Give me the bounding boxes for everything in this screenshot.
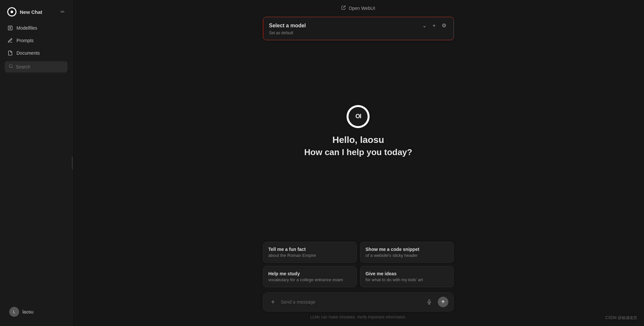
prompts-icon bbox=[7, 38, 13, 43]
suggestion-sub-3: for what to do with my kids' art bbox=[366, 277, 448, 282]
sidebar-item-modelfiles[interactable]: Modelfiles bbox=[3, 22, 70, 34]
search-icon bbox=[9, 64, 13, 70]
edit-icon[interactable]: ✏ bbox=[61, 9, 65, 15]
suggestion-sub-2: vocabulary for a college entrance exam bbox=[268, 277, 351, 282]
model-chevron-btn[interactable]: ⌄ bbox=[421, 22, 428, 29]
suggestion-card-1[interactable]: Show me a code snippet of a website's st… bbox=[360, 242, 454, 263]
greeting-line2: How can I help you today? bbox=[304, 147, 412, 157]
open-webui-link[interactable]: Open WebUI bbox=[341, 5, 375, 11]
username-label: laosu bbox=[22, 309, 33, 314]
greeting-line1: Hello, laosu bbox=[332, 135, 384, 145]
sidebar: New Chat ✏ Modelfiles Prompts Documents bbox=[0, 0, 72, 326]
suggestion-card-0[interactable]: Tell me a fun fact about the Roman Empir… bbox=[263, 242, 357, 263]
prompts-label: Prompts bbox=[16, 38, 34, 43]
center-content: OI Hello, laosu How can I help you today… bbox=[304, 20, 412, 242]
sidebar-item-documents[interactable]: Documents bbox=[3, 47, 70, 59]
model-gear-btn[interactable]: ⚙ bbox=[440, 22, 448, 29]
chat-input-container: + bbox=[263, 292, 454, 312]
search-container[interactable] bbox=[5, 61, 68, 72]
documents-label: Documents bbox=[16, 50, 40, 56]
chat-input-right bbox=[424, 297, 448, 307]
top-bar: Open WebUI bbox=[72, 0, 644, 14]
logo-large: OI bbox=[347, 105, 370, 128]
watermark: CSDN @杨浦老苏 bbox=[605, 315, 637, 321]
chat-mic-button[interactable] bbox=[424, 297, 434, 307]
model-plus-btn[interactable]: + bbox=[431, 22, 437, 29]
sidebar-item-prompts[interactable]: Prompts bbox=[3, 34, 70, 47]
new-chat-label: New Chat bbox=[20, 9, 42, 15]
suggestion-sub-1: of a website's sticky header bbox=[366, 253, 448, 258]
avatar: L bbox=[9, 307, 19, 317]
documents-icon bbox=[7, 50, 13, 56]
suggestion-card-3[interactable]: Give me ideas for what to do with my kid… bbox=[360, 266, 454, 287]
search-input[interactable] bbox=[16, 64, 64, 69]
user-profile[interactable]: L laosu bbox=[5, 304, 68, 320]
disclaimer-text: LLMs can make mistakes. Verify important… bbox=[310, 315, 406, 319]
suggestion-title-0: Tell me a fun fact bbox=[268, 247, 351, 252]
chat-plus-button[interactable]: + bbox=[268, 297, 278, 307]
svg-point-1 bbox=[9, 65, 12, 68]
logo-large-inner: OI bbox=[349, 107, 368, 126]
modelfiles-label: Modelfiles bbox=[16, 25, 37, 31]
suggestion-title-1: Show me a code snippet bbox=[366, 247, 448, 252]
logo-text: OI bbox=[355, 113, 361, 120]
oi-logo-inner bbox=[8, 8, 15, 15]
bottom-area: Tell me a fun fact about the Roman Empir… bbox=[72, 242, 644, 326]
chat-send-button[interactable] bbox=[438, 297, 448, 307]
modelfiles-icon bbox=[7, 25, 13, 31]
suggestion-cards: Tell me a fun fact about the Roman Empir… bbox=[263, 242, 454, 287]
oi-logo-dot bbox=[11, 11, 13, 13]
sidebar-bottom: L laosu bbox=[3, 301, 70, 323]
external-link-icon bbox=[341, 5, 346, 11]
model-selector-actions: ⌄ + ⚙ bbox=[421, 22, 447, 29]
suggestion-card-2[interactable]: Help me study vocabulary for a college e… bbox=[263, 266, 357, 287]
new-chat-left: New Chat bbox=[7, 7, 42, 16]
chat-input[interactable] bbox=[281, 299, 421, 305]
suggestion-title-2: Help me study bbox=[268, 271, 351, 276]
new-chat-button[interactable]: New Chat ✏ bbox=[3, 3, 70, 20]
suggestion-title-3: Give me ideas bbox=[366, 271, 448, 276]
model-selector-label: Select a model bbox=[269, 23, 306, 29]
app-name-label: Open WebUI bbox=[349, 6, 375, 11]
main-content: Open WebUI Select a model ⌄ + ⚙ Set as d… bbox=[72, 0, 644, 326]
oi-logo bbox=[7, 7, 16, 16]
suggestion-sub-0: about the Roman Empire bbox=[268, 253, 351, 258]
